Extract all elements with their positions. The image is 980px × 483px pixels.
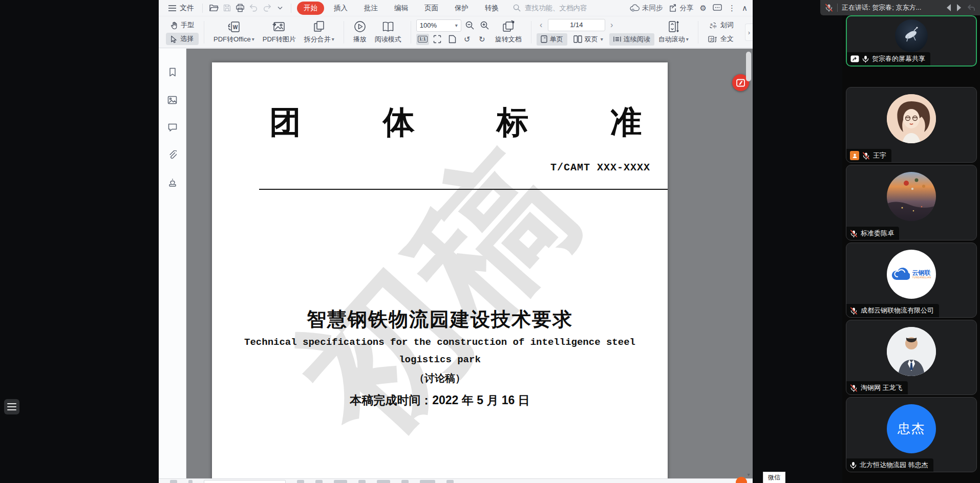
zoom-level-select[interactable]: 100% ▾	[416, 19, 461, 32]
menubar: 文件 开始 插入 批注 编辑 页面 保护 转换 未同	[159, 0, 753, 16]
statusbar-control[interactable]	[358, 480, 366, 483]
double-page-button[interactable]: 双页 ▾	[569, 33, 607, 46]
tab-edit[interactable]: 编辑	[388, 2, 415, 15]
page-number-input[interactable]	[548, 19, 605, 31]
participant-tile[interactable]: 忠杰 北方恒达物流园 韩忠杰	[846, 397, 977, 472]
split-merge-icon	[312, 20, 326, 33]
tab-start[interactable]: 开始	[297, 2, 324, 15]
sync-status[interactable]: 未同步	[629, 4, 663, 13]
read-mode-label: 阅读模式	[375, 35, 401, 44]
settings-gear-icon[interactable]: ⚙	[700, 4, 707, 12]
pdf-to-office-button[interactable]: W PDF转Office▾	[209, 18, 259, 46]
search-input[interactable]	[524, 4, 623, 12]
tab-insert[interactable]: 插入	[327, 2, 354, 15]
scrollbar-down-arrow[interactable]: ▾	[745, 472, 752, 477]
actual-size-button[interactable]: 1:1	[416, 34, 429, 45]
statusbar-control[interactable]	[446, 480, 454, 483]
avatar	[887, 327, 936, 376]
carousel-left-icon[interactable]	[945, 4, 952, 12]
participant-tile[interactable]: 云钢联 YUNGANGLIAN 成都云钢联物流有限公司	[846, 243, 977, 318]
translate-word-button[interactable]: a中 划词	[704, 19, 738, 31]
tab-protect[interactable]: 保护	[448, 2, 475, 15]
cloud-logo-icon	[891, 268, 910, 281]
pdf-to-image-button[interactable]: PDF转图片	[259, 18, 300, 46]
meeting-panel: 贺宗春的屏幕共享 王宇 标准委陈卓	[842, 0, 980, 483]
statusbar-control[interactable]	[334, 480, 347, 483]
pdf-page[interactable]: 初稿 团 体 标 准 T/CAMT XXX-XXXX 智慧钢铁物流园建设技术要求…	[212, 62, 668, 478]
doc-title-en-line2: logistics park	[212, 354, 668, 365]
return-arrow-icon[interactable]	[967, 4, 975, 11]
select-tool-button[interactable]: 选择	[166, 33, 199, 45]
statusbar-control[interactable]	[297, 480, 304, 483]
share-icon	[669, 4, 677, 12]
play-button[interactable]: 播放	[349, 18, 371, 46]
image-annotation-icon[interactable]	[165, 93, 180, 107]
bookmark-icon[interactable]	[165, 65, 180, 79]
speaking-status-bar[interactable]: 正在讲话: 贺宗春; 京东方...	[820, 0, 980, 15]
screen-share-icon	[850, 55, 859, 62]
translate-full-button[interactable]: 文 全文	[704, 33, 738, 45]
print-icon[interactable]	[233, 2, 247, 14]
scrollbar-thumb[interactable]	[746, 52, 751, 81]
participant-tile[interactable]: 王宇	[846, 87, 977, 163]
feedback-icon[interactable]	[713, 4, 722, 12]
tab-annotate[interactable]: 批注	[357, 2, 385, 15]
redo-icon[interactable]	[260, 2, 273, 14]
quickbar-caret-icon[interactable]	[273, 2, 287, 14]
carousel-right-icon[interactable]	[956, 4, 963, 12]
participant-tile-screen-share[interactable]: 贺宗春的屏幕共享	[846, 15, 977, 67]
tab-convert[interactable]: 转换	[478, 2, 505, 15]
hand-tool-button[interactable]: 手型	[166, 19, 199, 31]
auto-scroll-button[interactable]: 自动滚动▾	[654, 18, 693, 46]
participant-tile[interactable]: 淘钢网 王龙飞	[846, 320, 977, 395]
zoom-in-icon[interactable]	[478, 20, 491, 31]
prev-page-icon[interactable]: ‹	[537, 19, 546, 31]
open-file-icon[interactable]	[207, 2, 220, 14]
attachment-icon[interactable]	[165, 148, 180, 162]
rotate-ccw-icon[interactable]: ↺	[461, 34, 474, 45]
continuous-read-icon	[613, 36, 621, 42]
search-box[interactable]	[513, 4, 623, 12]
chevron-right-glyph: ›	[748, 29, 750, 36]
svg-text:中: 中	[713, 25, 717, 29]
statusbar-control[interactable]	[315, 480, 323, 483]
next-page-icon[interactable]: ›	[607, 19, 616, 31]
statusbar-control[interactable]	[188, 480, 193, 483]
fit-width-icon[interactable]	[431, 34, 444, 45]
rotate-cw-icon[interactable]: ↻	[476, 34, 488, 45]
tab-page[interactable]: 页面	[418, 2, 445, 15]
file-menu-button[interactable]: 文件	[164, 3, 198, 14]
ribbon-expand-button[interactable]: ›	[745, 24, 753, 41]
cloud-sync-icon	[629, 4, 640, 12]
vertical-scrollbar[interactable]: ▾	[745, 50, 752, 477]
statusbar-input[interactable]	[204, 480, 286, 483]
save-icon[interactable]	[220, 2, 233, 14]
continuous-read-button[interactable]: 连续阅读	[609, 33, 654, 46]
split-merge-button[interactable]: 拆分合并▾	[300, 18, 338, 46]
comment-icon[interactable]	[165, 120, 180, 135]
file-menu-label: 文件	[180, 4, 194, 13]
divider	[344, 21, 344, 43]
participant-tile[interactable]: 标准委陈卓	[846, 165, 977, 240]
zoom-out-icon[interactable]	[463, 20, 476, 31]
wechat-tooltip: 微信	[763, 472, 785, 483]
statusbar-control[interactable]	[170, 480, 177, 483]
signature-seal-icon[interactable]	[165, 175, 180, 190]
floating-list-widget[interactable]	[4, 399, 19, 414]
fit-page-icon[interactable]	[446, 34, 459, 45]
statusbar-control[interactable]	[401, 480, 409, 483]
share-button[interactable]: 分享	[669, 4, 694, 13]
rotate-document-button[interactable]: 旋转文档	[491, 18, 526, 46]
read-mode-button[interactable]: 阅读模式	[371, 18, 406, 46]
divider	[204, 21, 204, 43]
participant-name: 北方恒达物流园 韩忠杰	[860, 460, 928, 470]
collapse-ribbon-icon[interactable]: ∧	[742, 4, 748, 12]
play-circle-icon	[353, 20, 367, 33]
more-kebab-icon[interactable]: ⋮	[728, 4, 736, 12]
menubar-right: 未同步 分享 ⚙ ⋮ ∧	[629, 4, 748, 13]
participant-name-label: 贺宗春的屏幕共享	[847, 52, 930, 65]
single-page-button[interactable]: 单页	[537, 33, 567, 46]
statusbar-control[interactable]	[420, 480, 435, 483]
statusbar-control[interactable]	[377, 480, 390, 483]
undo-icon[interactable]	[247, 2, 260, 14]
